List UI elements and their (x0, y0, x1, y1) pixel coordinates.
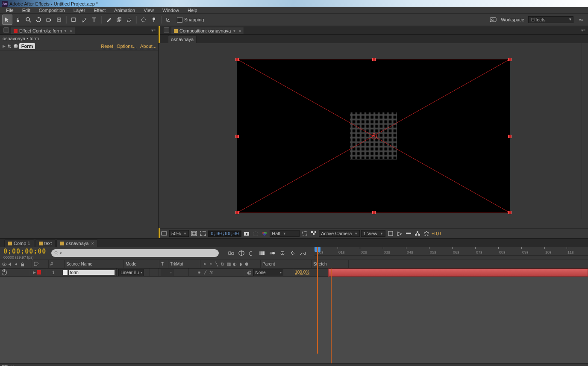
panel-menu-icon[interactable]: ▾≡ (151, 28, 156, 32)
menu-composition[interactable]: Composition (35, 8, 69, 13)
menu-help[interactable]: Help (183, 8, 202, 13)
stretch-value[interactable]: 100,0% (295, 270, 309, 275)
blend-mode-dropdown[interactable]: Linear Bu (118, 269, 144, 276)
source-header[interactable]: Source Name (65, 260, 124, 268)
fx-switch[interactable]: fx (209, 270, 214, 275)
solo-toggle[interactable] (14, 270, 19, 275)
type-tool-icon[interactable]: T (89, 15, 99, 24)
twirl-icon[interactable]: ▶ (3, 44, 6, 48)
handle-tl[interactable] (235, 58, 239, 61)
safe-zones-icon[interactable] (190, 230, 198, 237)
parent-header[interactable]: Parent (261, 260, 312, 268)
roto-tool-icon[interactable] (139, 15, 148, 24)
mode-header[interactable]: Mode (124, 260, 159, 268)
lock-icon[interactable] (3, 27, 9, 33)
handle-bl[interactable] (235, 211, 239, 214)
brush-tool-icon[interactable] (104, 15, 113, 24)
timeline-tab-comp1[interactable]: Comp 1 (4, 239, 34, 247)
index-header[interactable]: # (49, 260, 65, 268)
layer-duration-bar[interactable] (328, 269, 588, 277)
preserve-transparency[interactable] (150, 269, 159, 276)
pixel-aspect-icon[interactable] (387, 230, 394, 237)
selection-tool-icon[interactable] (2, 15, 12, 25)
effect-name[interactable]: Form (19, 43, 35, 49)
effect-controls-tab[interactable]: Effect Controls: form ▼ × (11, 27, 75, 34)
scrollbar-vertical[interactable] (582, 43, 588, 219)
menu-view[interactable]: View (139, 8, 158, 13)
time-ruler[interactable]: 00s 01s 02s 03s 04s 05s 06s 07s 08s 09s … (315, 247, 588, 256)
menu-edit[interactable]: Edit (18, 8, 35, 13)
show-snapshot-icon[interactable] (252, 230, 259, 237)
twirl-icon[interactable]: ▶ (33, 270, 36, 274)
exposure-reset-icon[interactable] (423, 230, 430, 237)
flowchart-icon[interactable] (414, 230, 421, 237)
local-axis-icon[interactable] (164, 15, 173, 24)
composition-viewer[interactable] (159, 43, 588, 228)
layer-row[interactable]: ▶ 1 form Linear Bu ⁕ ╱ fx (0, 269, 328, 277)
zoom-dropdown[interactable]: 50%▼ (169, 230, 189, 237)
quality-switch[interactable]: ╱ (203, 270, 208, 275)
search-help-icon[interactable] (488, 15, 498, 24)
comp-mini-flowchart-icon[interactable] (227, 249, 235, 257)
snapshot-icon[interactable] (243, 230, 250, 237)
reset-link[interactable]: Reset (101, 44, 113, 49)
visibility-toggle[interactable] (2, 270, 7, 275)
rect-tool-icon[interactable] (69, 15, 78, 24)
parent-dropdown[interactable]: None (253, 269, 283, 276)
menu-animation[interactable]: Animation (110, 8, 139, 13)
label-color[interactable] (37, 270, 41, 274)
comp-breadcrumb[interactable]: osnavnaya (168, 35, 197, 43)
eraser-tool-icon[interactable] (124, 15, 134, 24)
adjustment-switch[interactable] (226, 270, 232, 275)
t-header[interactable]: T (159, 260, 168, 268)
timeline-track-area[interactable] (328, 269, 588, 363)
fx-icon[interactable]: fx (8, 44, 11, 49)
menu-layer[interactable]: Layer (69, 8, 90, 13)
timeline-tab-osnavnaya[interactable]: osnavnaya× (56, 239, 98, 247)
handle-tr[interactable] (508, 58, 512, 61)
pen-tool-icon[interactable] (79, 15, 88, 24)
snapping-toggle[interactable]: Snapping (177, 17, 204, 23)
graph-editor-icon[interactable] (299, 249, 307, 257)
close-icon[interactable]: × (91, 241, 94, 246)
exposure-value[interactable]: +0,0 (432, 231, 441, 236)
clone-tool-icon[interactable] (114, 15, 123, 24)
trkmat-header[interactable]: TrkMat (168, 260, 200, 268)
pan-behind-tool-icon[interactable] (54, 15, 64, 24)
options-link[interactable]: Options... (117, 44, 137, 49)
always-preview-icon[interactable] (160, 230, 168, 237)
lock-toggle[interactable] (20, 270, 25, 275)
label-header[interactable] (32, 260, 49, 268)
pin-tool-icon[interactable] (149, 15, 159, 24)
handle-bc[interactable] (372, 211, 376, 214)
collapse-switch[interactable]: ⁕ (197, 270, 202, 275)
panel-menu-icon[interactable]: ▾≡ (581, 28, 585, 32)
panel-menu-icon[interactable]: »≡ (576, 15, 586, 24)
timeline-current-time[interactable]: 0;00;00;00 (3, 248, 46, 255)
timeline-search[interactable]: ▾ (51, 249, 219, 257)
motion-blur-icon[interactable] (268, 249, 276, 257)
close-icon[interactable]: × (70, 29, 72, 33)
comp-canvas[interactable] (237, 59, 510, 213)
trkmat-dropdown[interactable] (161, 269, 173, 276)
zoom-tool-icon[interactable] (24, 15, 33, 24)
handle-ml[interactable] (235, 135, 239, 138)
about-link[interactable]: About... (140, 44, 156, 49)
transparency-grid-icon[interactable] (310, 230, 318, 237)
hide-shy-icon[interactable] (248, 249, 256, 257)
handle-tc[interactable] (372, 58, 376, 61)
camera-tool-icon[interactable] (44, 15, 53, 24)
draft3d-icon[interactable] (238, 249, 245, 257)
menu-effect[interactable]: Effect (89, 8, 110, 13)
pickwhip-icon[interactable]: @ (247, 270, 251, 275)
motion-blur-switch[interactable] (220, 270, 226, 275)
camera-dropdown[interactable]: Active Camera▼ (319, 230, 360, 237)
3d-switch[interactable] (232, 270, 238, 275)
current-time[interactable]: 0;00;00;00 (208, 230, 241, 237)
mask-visibility-icon[interactable] (199, 230, 207, 237)
resolution-dropdown[interactable]: Half▼ (270, 230, 300, 237)
layer-name[interactable]: form (69, 270, 115, 275)
fast-preview-icon[interactable] (396, 230, 403, 237)
composition-tab[interactable]: Composition: osnavnaya ▼ × (171, 27, 244, 34)
shy-switch[interactable] (191, 270, 196, 275)
